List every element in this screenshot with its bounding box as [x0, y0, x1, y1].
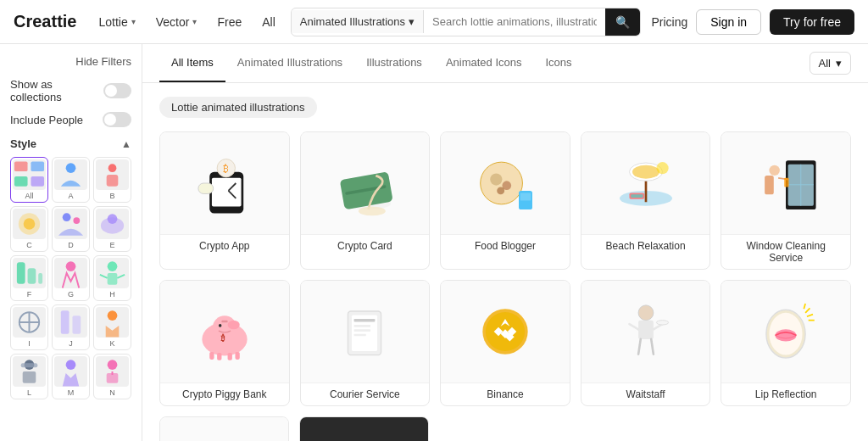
- style-label-b: B: [109, 192, 114, 200]
- svg-point-66: [227, 321, 239, 330]
- nav-all[interactable]: All: [257, 12, 281, 32]
- item-card-window-cleaning[interactable]: Window Cleaning Service: [721, 131, 851, 270]
- sign-in-button[interactable]: Sign in: [696, 9, 761, 35]
- style-item-f[interactable]: F: [10, 255, 48, 301]
- item-card-bottom-1[interactable]: [159, 416, 289, 441]
- style-thumb-n: [96, 356, 129, 387]
- style-item-e[interactable]: E: [93, 206, 131, 252]
- tab-animated-illustrations[interactable]: Animated Illustrations: [225, 44, 354, 82]
- svg-rect-88: [638, 321, 654, 339]
- item-label-window-cleaning: Window Cleaning Service: [721, 234, 850, 269]
- svg-rect-48: [520, 193, 531, 201]
- style-label-j: J: [69, 339, 73, 348]
- style-item-i[interactable]: I: [10, 304, 48, 350]
- svg-rect-2: [14, 176, 28, 187]
- svg-rect-35: [212, 178, 242, 207]
- toggle-thumb: [105, 85, 117, 97]
- style-label-f: F: [27, 290, 32, 299]
- pricing-link[interactable]: Pricing: [651, 15, 687, 29]
- style-item-l[interactable]: L: [10, 354, 48, 399]
- style-section-header: Style ▲: [10, 137, 131, 150]
- style-item-d[interactable]: D: [52, 206, 90, 252]
- style-item-h[interactable]: H: [93, 255, 131, 301]
- style-item-n[interactable]: N: [93, 354, 131, 399]
- nav-vector-label: Vector: [156, 15, 190, 29]
- tab-all-items[interactable]: All Items: [159, 44, 225, 82]
- filter-select[interactable]: All ▾: [810, 52, 851, 75]
- show-collections-row: Show as collections: [10, 78, 131, 103]
- chevron-down-icon: ▾: [836, 57, 842, 70]
- style-section-title: Style: [10, 137, 36, 150]
- svg-point-26: [108, 310, 118, 321]
- item-card-lip-reflection[interactable]: Lip Reflection: [721, 280, 851, 406]
- item-card-crypto-card[interactable]: Crypto Card: [300, 131, 431, 270]
- item-card-waitstaff[interactable]: Waitstaff: [581, 280, 711, 406]
- svg-rect-38: [198, 183, 214, 193]
- svg-line-20: [117, 275, 125, 278]
- chevron-down-icon: ▾: [192, 17, 197, 26]
- style-item-a[interactable]: A: [52, 157, 90, 203]
- svg-line-19: [100, 275, 108, 278]
- svg-rect-61: [765, 176, 774, 194]
- style-item-g[interactable]: G: [52, 255, 90, 301]
- style-item-c[interactable]: C: [10, 206, 48, 252]
- search-container: Animated Illustrations ▾ 🔍: [291, 8, 642, 36]
- search-button[interactable]: 🔍: [605, 8, 640, 36]
- tab-illustrations[interactable]: Illustrations: [354, 44, 434, 82]
- nav-lottie[interactable]: Lottie ▾: [93, 12, 140, 32]
- svg-point-60: [770, 165, 780, 176]
- svg-rect-78: [354, 329, 371, 332]
- hide-filters-button[interactable]: Hide Filters: [10, 55, 131, 68]
- svg-rect-76: [354, 319, 376, 322]
- svg-point-87: [638, 305, 654, 321]
- item-card-food-blogger[interactable]: Food Blogger: [440, 131, 570, 270]
- style-label-all: All: [25, 192, 33, 200]
- nav-lottie-label: Lottie: [98, 15, 127, 29]
- item-label-crypto-piggy: Crypto Piggy Bank: [160, 382, 289, 405]
- items-grid: ₿ Crypto App: [159, 131, 851, 406]
- chevron-down-icon: ▾: [131, 17, 136, 26]
- search-input[interactable]: [424, 10, 605, 33]
- tab-icons[interactable]: Icons: [533, 44, 583, 82]
- item-label-beach-relaxation: Beach Relaxation: [581, 234, 710, 257]
- nav-vector[interactable]: Vector ▾: [151, 12, 203, 32]
- style-item-b[interactable]: B: [93, 157, 131, 203]
- style-label-h: H: [109, 290, 115, 299]
- svg-rect-1: [31, 161, 44, 171]
- tab-animated-icons[interactable]: Animated Icons: [434, 44, 534, 82]
- item-card-courier[interactable]: Courier Service: [300, 280, 431, 406]
- item-thumb-crypto-app: ₿: [160, 132, 289, 234]
- include-people-toggle[interactable]: [103, 112, 131, 127]
- style-item-j[interactable]: J: [52, 304, 90, 350]
- style-thumb-f: [13, 258, 46, 288]
- style-item-all[interactable]: All: [10, 157, 48, 203]
- item-card-binance[interactable]: Binance: [440, 280, 570, 406]
- nav-free[interactable]: Free: [212, 12, 247, 32]
- svg-line-89: [629, 324, 638, 329]
- style-item-m[interactable]: M: [52, 354, 90, 399]
- item-card-bottom-2[interactable]: [299, 416, 429, 441]
- item-card-beach-relaxation[interactable]: Beach Relaxation: [581, 131, 711, 270]
- item-card-crypto-piggy[interactable]: ₿ Crypto Piggy Bank: [159, 280, 290, 406]
- style-grid: All A B: [10, 157, 131, 399]
- style-label-e: E: [109, 241, 114, 249]
- item-label-courier: Courier Service: [301, 382, 430, 405]
- tabs-bar: All Items Animated Illustrations Illustr…: [142, 44, 868, 83]
- logo: Creattie: [14, 12, 76, 31]
- style-item-k[interactable]: K: [93, 304, 131, 350]
- toggle-thumb: [104, 114, 116, 126]
- svg-rect-29: [21, 363, 38, 367]
- try-free-button[interactable]: Try for free: [770, 9, 854, 35]
- svg-line-99: [804, 304, 806, 309]
- item-label-food-blogger: Food Blogger: [441, 234, 570, 257]
- item-label-crypto-card: Crypto Card: [301, 234, 430, 257]
- svg-rect-70: [217, 353, 221, 360]
- svg-point-31: [108, 360, 118, 370]
- style-label-i: I: [28, 339, 31, 348]
- search-category-dropdown[interactable]: Animated Illustrations ▾: [292, 10, 424, 33]
- show-collections-toggle[interactable]: [103, 83, 131, 98]
- item-card-crypto-app[interactable]: ₿ Crypto App: [159, 131, 290, 270]
- svg-rect-69: [209, 352, 214, 360]
- style-label-k: K: [109, 339, 114, 348]
- svg-text:₿: ₿: [223, 163, 229, 175]
